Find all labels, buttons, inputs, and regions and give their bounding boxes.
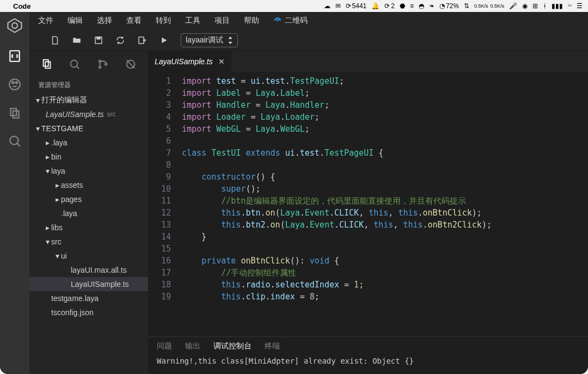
activity-search-icon[interactable] (7, 133, 23, 149)
svg-rect-12 (97, 37, 100, 39)
status-spotlight-icon: ☰ (577, 2, 583, 10)
play-icon[interactable] (159, 35, 169, 45)
editor-area: LayaUISample.ts ✕ 1234567891011121314151… (148, 51, 588, 374)
status-battery: ◔ 72% (439, 2, 459, 10)
save-icon[interactable] (94, 35, 103, 45)
sidebar-files-icon[interactable] (41, 58, 53, 70)
sidebar-view-switcher (29, 51, 148, 77)
status-netspeed: 0.5K/s0.5K/s (474, 4, 504, 9)
tree-item[interactable]: ▾ui (29, 249, 148, 263)
tree-item[interactable]: ▾laya (29, 164, 148, 178)
menu-help[interactable]: 帮助 (244, 16, 259, 26)
new-file-icon[interactable] (50, 35, 60, 45)
code-editor[interactable]: 12345678910111213141516171819 import tes… (148, 72, 588, 336)
tree-item[interactable]: ▸bin (29, 150, 148, 164)
svg-point-10 (277, 20, 278, 21)
menu-file[interactable]: 文件 (38, 16, 53, 26)
svg-point-19 (71, 60, 78, 68)
menu-view[interactable]: 查看 (126, 16, 142, 26)
menu-edit[interactable]: 编辑 (68, 16, 83, 26)
open-folder-icon[interactable] (72, 35, 82, 45)
open-editors-header[interactable]: ▾打开的编辑器 (29, 93, 148, 107)
status-bell-icon: 🔔 (371, 2, 379, 10)
workspace: 文件 编辑 选择 查看 转到 工具 项目 帮助 二维码 layaair调试 (29, 12, 588, 374)
tree-item[interactable]: ▸pages (29, 192, 148, 206)
run-config-select[interactable]: layaair调试 (181, 33, 238, 47)
svg-point-5 (16, 82, 17, 83)
close-tab-icon[interactable]: ✕ (218, 57, 225, 66)
export-icon[interactable] (137, 35, 147, 45)
menu-goto[interactable]: 转到 (156, 16, 171, 26)
run-config-label: layaair调试 (186, 35, 223, 45)
panel-tabs: 问题 输出 调试控制台 终端 (157, 341, 579, 351)
menu-project[interactable]: 项目 (215, 16, 230, 26)
activity-explorer-icon[interactable] (7, 48, 23, 64)
tree-item[interactable]: ▸.laya (29, 136, 148, 150)
status-wechat-icon: ✉︎ (335, 2, 341, 10)
svg-marker-14 (162, 37, 167, 43)
svg-rect-17 (43, 60, 48, 66)
tree-item[interactable]: LayaUISample.ts (29, 277, 148, 291)
status-battery-icon: ▮▮▮ (552, 2, 563, 10)
panel-tab-output[interactable]: 输出 (185, 341, 200, 351)
svg-marker-16 (229, 41, 232, 44)
toolbar: layaair调试 (29, 29, 588, 51)
svg-point-22 (99, 66, 101, 69)
explorer-tree[interactable]: ▾打开的编辑器 LayaUISample.ts src ▾TESTGAME ▸.… (29, 93, 148, 374)
svg-point-21 (99, 60, 101, 63)
panel-tab-debug-console[interactable]: 调试控制台 (213, 341, 252, 351)
panel-output-text: Warning!,this class[MiniAdpter] already … (157, 357, 579, 365)
svg-line-9 (17, 143, 20, 146)
status-counter-2: ⟳ 2 (384, 2, 395, 10)
status-evernote-icon: ❧ (429, 2, 434, 10)
status-shield-icon: ⬣ (400, 2, 405, 10)
macos-status-area: ☁︎ ✉︎ ⟳ 5441 🔔 ⟳ 2 ⬣ ≡ ◓ ❧ ◔ 72% ⇅ 0.5K/… (324, 2, 583, 10)
tree-item[interactable]: ▸assets (29, 178, 148, 192)
sidebar-search-icon[interactable] (69, 58, 81, 70)
status-hat-icon: ◓ (419, 2, 424, 10)
tree-item[interactable]: .laya (29, 206, 148, 220)
status-updown-icon: ⇅ (464, 2, 469, 10)
status-wifi-icon: ⌔ (568, 2, 572, 10)
app-logo-icon (7, 17, 23, 34)
menu-tools[interactable]: 工具 (185, 16, 200, 26)
open-editor-item[interactable]: LayaUISample.ts src (29, 107, 148, 121)
tree-item[interactable]: tsconfig.json (29, 305, 148, 320)
tab-title: LayaUISample.ts (155, 57, 213, 66)
svg-marker-15 (229, 36, 232, 39)
activity-copy-icon[interactable] (7, 105, 23, 121)
status-bluetooth-icon: ᚼ (543, 2, 547, 10)
sidebar-git-icon[interactable] (97, 58, 109, 70)
tree-item[interactable]: ▾src (29, 235, 148, 249)
svg-point-23 (105, 63, 107, 65)
editor-tab[interactable]: LayaUISample.ts ✕ (148, 51, 231, 72)
panel-tab-terminal[interactable]: 终端 (265, 341, 280, 351)
status-counter-1: ⟳ 5441 (346, 2, 367, 10)
updown-caret-icon (228, 36, 233, 44)
line-number-gutter: 12345678910111213141516171819 (148, 72, 179, 336)
tree-item[interactable]: ▸libs (29, 220, 148, 235)
tree-item[interactable]: testgame.laya (29, 291, 148, 305)
menu-qrcode[interactable]: 二维码 (273, 16, 308, 26)
tree-item[interactable]: layaUI.max.all.ts (29, 263, 148, 277)
sidebar: 资源管理器 ▾打开的编辑器 LayaUISample.ts src ▾TESTG… (29, 51, 148, 374)
macos-menubar: Code ☁︎ ✉︎ ⟳ 5441 🔔 ⟳ 2 ⬣ ≡ ◓ ❧ ◔ 72% ⇅ … (0, 0, 588, 12)
menu-select[interactable]: 选择 (97, 16, 112, 26)
svg-point-8 (10, 136, 18, 144)
svg-rect-18 (45, 62, 50, 68)
project-root-header[interactable]: ▾TESTGAME (29, 121, 148, 136)
editor-tab-bar: LayaUISample.ts ✕ (148, 51, 588, 72)
svg-point-4 (12, 82, 14, 83)
status-disk-icon: ≡ (410, 2, 414, 10)
code-content[interactable]: import test = ui.test.TestPageUI;import … (179, 72, 588, 336)
panel-tab-problems[interactable]: 问题 (157, 341, 172, 351)
activity-bar (0, 12, 29, 374)
app-name[interactable]: Code (13, 2, 31, 10)
svg-marker-0 (8, 19, 22, 33)
svg-line-20 (77, 66, 79, 69)
sync-icon[interactable] (115, 35, 125, 45)
svg-point-1 (12, 23, 17, 28)
status-cloud-icon: ☁︎ (324, 2, 330, 10)
activity-palette-icon[interactable] (7, 76, 23, 93)
sidebar-debug-icon[interactable] (125, 58, 137, 70)
